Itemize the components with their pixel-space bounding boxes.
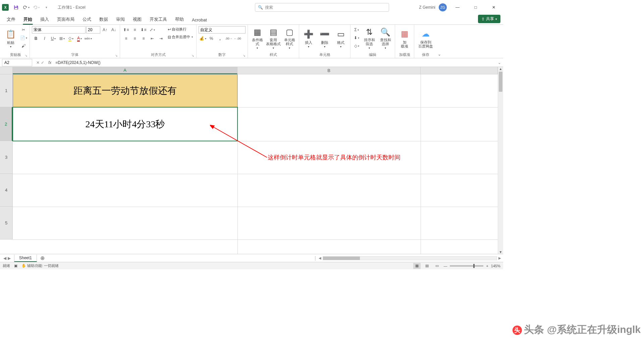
tab-developer[interactable]: 开发工具 xyxy=(146,14,171,24)
font-color-button[interactable]: A xyxy=(75,35,84,42)
orientation-button[interactable]: ⤢ xyxy=(148,26,156,33)
row-header-5[interactable]: 5 xyxy=(0,207,12,239)
launcher-icon[interactable]: ↘ xyxy=(243,54,246,57)
autosum-button[interactable]: Σ xyxy=(353,26,361,33)
cell-a1[interactable]: 距离五一劳动节放假还有 xyxy=(13,74,237,107)
cell-a2-selected[interactable]: 24天11小时4分33秒 xyxy=(12,107,238,141)
save-icon[interactable] xyxy=(11,3,21,12)
clear-button[interactable]: ◇ xyxy=(353,42,361,50)
decrease-decimal-button[interactable]: ←.00 xyxy=(233,35,241,42)
undo-button[interactable] xyxy=(21,3,31,12)
row-header-1[interactable]: 1 xyxy=(0,74,12,107)
format-table-button[interactable]: ▤套用 表格格式▾ xyxy=(266,26,281,50)
col-header-c[interactable] xyxy=(421,67,498,74)
page-layout-view-button[interactable]: ▤ xyxy=(423,263,431,269)
align-center-button[interactable]: ≡ xyxy=(131,35,139,42)
fill-button[interactable]: ⬇ xyxy=(353,34,361,42)
zoom-slider[interactable] xyxy=(450,265,483,267)
paste-button[interactable]: 📋 粘贴▾ xyxy=(3,26,18,50)
search-box[interactable]: 🔍 搜索 xyxy=(255,3,389,12)
comma-button[interactable]: , xyxy=(216,35,224,42)
vscroll-thumb[interactable] xyxy=(499,72,502,92)
tab-home[interactable]: 开始 xyxy=(19,14,36,24)
format-painter-button[interactable]: 🖌 xyxy=(19,42,28,50)
hscroll-right-icon[interactable]: ▶ xyxy=(498,256,501,260)
addins-button[interactable]: ▦加 载项 xyxy=(397,26,412,50)
bold-button[interactable]: B xyxy=(32,35,40,42)
accounting-format-button[interactable]: 💰 xyxy=(199,35,207,42)
tab-data[interactable]: 数据 xyxy=(95,14,112,24)
close-button[interactable]: ✕ xyxy=(486,2,501,12)
font-name-select[interactable] xyxy=(32,26,86,33)
find-select-button[interactable]: 🔍查找和选择▾ xyxy=(378,26,393,50)
font-size-select[interactable] xyxy=(86,26,100,33)
cells-area[interactable]: 距离五一劳动节放假还有 24天11小时4分33秒 这样倒计时单元格就显示了具体的… xyxy=(13,74,498,254)
align-left-button[interactable]: ≡ xyxy=(122,35,130,42)
cut-button[interactable]: ✂ xyxy=(19,26,28,33)
sheet-prev-button[interactable]: ◀ xyxy=(3,256,6,261)
row-header-3[interactable]: 3 xyxy=(0,141,12,174)
underline-button[interactable]: U xyxy=(49,35,57,42)
sheet-tab-1[interactable]: Sheet1 xyxy=(14,255,37,262)
enter-formula-icon[interactable]: ✓ xyxy=(41,60,44,65)
tab-formulas[interactable]: 公式 xyxy=(78,14,95,24)
merge-center-button[interactable]: ⊟合并后居中 xyxy=(166,34,194,40)
save-baidu-button[interactable]: ☁保存到 百度网盘 xyxy=(416,26,435,50)
insert-cells-button[interactable]: ➕插入▾ xyxy=(301,26,316,50)
tab-page-layout[interactable]: 页面布局 xyxy=(53,14,78,24)
collapse-ribbon-button[interactable]: ⌄ xyxy=(438,52,441,57)
increase-indent-button[interactable]: ⇥ xyxy=(157,35,165,42)
redo-button[interactable] xyxy=(32,3,41,12)
italic-button[interactable]: I xyxy=(41,35,49,42)
hscroll-left-icon[interactable]: ◀ xyxy=(319,256,321,260)
col-header-b[interactable]: B xyxy=(237,67,421,74)
increase-font-button[interactable]: A↑ xyxy=(101,26,109,33)
horizontal-scrollbar[interactable] xyxy=(323,256,497,260)
sort-filter-button[interactable]: ⇅排序和筛选▾ xyxy=(362,26,377,50)
percent-button[interactable]: % xyxy=(207,35,215,42)
fx-icon[interactable]: fx xyxy=(46,60,53,65)
format-cells-button[interactable]: ▭格式▾ xyxy=(333,26,348,50)
launcher-icon[interactable]: ↘ xyxy=(115,54,118,57)
align-middle-button[interactable]: ≡ xyxy=(131,26,139,33)
normal-view-button[interactable]: ▦ xyxy=(413,263,421,269)
cancel-formula-icon[interactable]: ✕ xyxy=(36,60,40,65)
user-avatar[interactable]: ZG xyxy=(439,3,447,11)
col-header-a[interactable]: A xyxy=(13,67,237,74)
tab-view[interactable]: 视图 xyxy=(129,14,146,24)
phonetic-button[interactable]: wén xyxy=(84,35,92,42)
align-top-button[interactable]: ⬆≡ xyxy=(122,26,130,33)
formula-input[interactable]: =DATE(2024,5,1)-NOW() xyxy=(53,60,496,65)
increase-decimal-button[interactable]: .00→ xyxy=(225,35,233,42)
delete-cells-button[interactable]: ➖删除▾ xyxy=(317,26,332,50)
decrease-indent-button[interactable]: ⇤ xyxy=(148,35,156,42)
conditional-format-button[interactable]: ▦条件格式▾ xyxy=(250,26,265,50)
zoom-out-button[interactable]: ― xyxy=(443,264,447,268)
row-header-2[interactable]: 2 xyxy=(0,107,12,141)
launcher-icon[interactable]: ↘ xyxy=(25,54,28,57)
align-bottom-button[interactable]: ⬇≡ xyxy=(140,26,148,33)
scroll-up-icon[interactable]: ▲ xyxy=(498,67,503,71)
fill-color-button[interactable]: ◇ xyxy=(67,35,75,42)
share-button[interactable]: ⇧共享▾ xyxy=(478,15,500,23)
tab-file[interactable]: 文件 xyxy=(3,14,19,24)
vertical-scrollbar[interactable]: ▲ ▼ xyxy=(498,67,503,254)
row-header-4[interactable]: 4 xyxy=(0,174,12,207)
tab-acrobat[interactable]: Acrobat xyxy=(188,15,211,24)
sheet-next-button[interactable]: ▶ xyxy=(8,256,11,261)
border-button[interactable]: ⊞ xyxy=(58,35,66,42)
scroll-down-icon[interactable]: ▼ xyxy=(498,250,503,254)
macro-record-icon[interactable]: ▣ xyxy=(14,264,17,268)
select-all-corner[interactable] xyxy=(0,67,13,74)
hscroll-thumb[interactable] xyxy=(323,257,360,260)
align-right-button[interactable]: ≡ xyxy=(140,35,148,42)
expand-formula-bar-button[interactable]: ⌄ xyxy=(496,60,503,65)
tab-help[interactable]: 帮助 xyxy=(171,14,188,24)
qat-customize-icon[interactable]: ▾ xyxy=(42,3,51,12)
tab-insert[interactable]: 插入 xyxy=(36,14,53,24)
zoom-in-button[interactable]: + xyxy=(486,264,488,268)
wrap-text-button[interactable]: ↩自动换行 xyxy=(166,26,194,32)
zoom-level[interactable]: 145% xyxy=(491,264,500,268)
tab-review[interactable]: 审阅 xyxy=(112,14,129,24)
page-break-view-button[interactable]: ▭ xyxy=(433,263,441,269)
